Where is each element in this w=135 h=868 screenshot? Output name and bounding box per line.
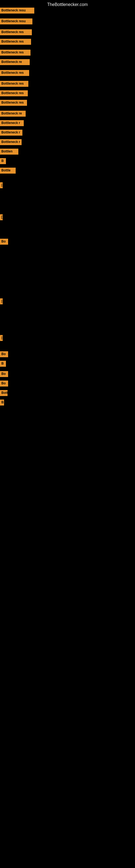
bottleneck-item: Bott	[0, 390, 8, 396]
bottleneck-item: Bo	[0, 239, 8, 245]
bottleneck-item: Bottleneck res	[0, 70, 29, 76]
bottleneck-item: |	[0, 182, 3, 188]
bottleneck-item: Bottleneck res	[0, 50, 31, 56]
bottleneck-item: Bottleneck res	[0, 100, 27, 106]
bottleneck-item: Bottleneck r	[0, 120, 24, 126]
bottleneck-item: Bo	[0, 351, 8, 357]
bottleneck-item: Bottleneck re	[0, 59, 30, 65]
bottleneck-item: Bottle	[0, 167, 16, 174]
bottleneck-item: Bottleneck res	[0, 90, 28, 96]
bottleneck-item: Bottleneck r	[0, 130, 22, 135]
bottleneck-item: B	[0, 400, 4, 405]
bottleneck-item: B	[0, 158, 6, 164]
bottleneck-item: |	[0, 299, 3, 304]
bottleneck-item: Bottleneck resu	[0, 19, 32, 24]
bottleneck-item: Bottleneck res	[0, 29, 32, 35]
bottleneck-item: Bottlen	[0, 149, 18, 155]
bottleneck-item: Bo	[0, 380, 8, 386]
bottleneck-item: B	[0, 361, 6, 367]
bottleneck-item: Bottleneck res	[0, 81, 28, 87]
bottleneck-item: Bottleneck re	[0, 111, 26, 117]
bottleneck-item: Bottleneck r	[0, 139, 21, 145]
bottleneck-item: Bottleneck resu	[0, 8, 34, 13]
bottleneck-item: [	[0, 214, 3, 220]
bottleneck-item: |	[0, 335, 3, 341]
bottleneck-item: Bottleneck res	[0, 39, 31, 45]
bottleneck-item: Bo	[0, 371, 8, 377]
